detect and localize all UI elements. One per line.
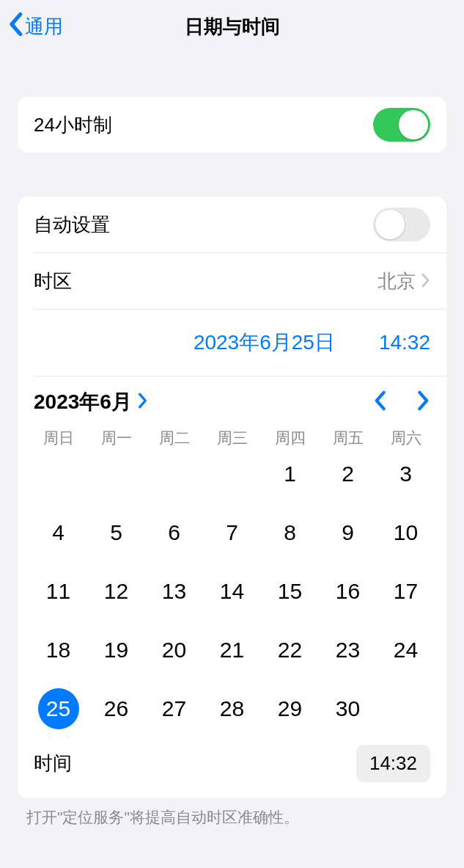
weekday-label: 周四 (261, 428, 319, 448)
calendar-day[interactable]: 6 (145, 513, 203, 552)
chevron-left-icon (7, 12, 23, 42)
summary-date[interactable]: 2023年6月25日 (194, 329, 335, 357)
calendar-day[interactable]: 29 (261, 689, 319, 729)
calendar-day[interactable]: 9 (319, 513, 377, 552)
row-datetime-summary: 2023年6月25日 14:32 (18, 310, 446, 376)
group-datetime: 自动设置 时区 北京 2023年6月25日 14:32 2023年6月 周日周一… (18, 197, 446, 798)
weekday-label: 周六 (377, 428, 435, 448)
calendar-day[interactable]: 8 (261, 513, 319, 552)
page-title: 日期与时间 (0, 14, 464, 40)
calendar-day[interactable]: 3 (377, 454, 435, 494)
calendar-day[interactable]: 21 (203, 630, 261, 670)
calendar-day[interactable]: 11 (29, 572, 87, 611)
toggle-thumb (375, 210, 405, 239)
footnote: 打开"定位服务"将提高自动时区准确性。 (0, 798, 464, 836)
row-24hour: 24小时制 (18, 97, 446, 153)
prev-month-button[interactable] (373, 390, 386, 414)
calendar-day[interactable]: 10 (377, 513, 435, 552)
label-timezone: 时区 (34, 269, 72, 294)
summary-time[interactable]: 14:32 (379, 331, 430, 354)
weekday-label: 周五 (319, 428, 377, 448)
calendar-day[interactable]: 25 (29, 689, 87, 729)
chevron-right-icon (421, 270, 430, 293)
back-label: 通用 (25, 14, 63, 40)
calendar-day[interactable]: 19 (87, 630, 145, 670)
calendar-day[interactable]: 22 (261, 630, 319, 670)
calendar-day[interactable]: 14 (203, 572, 261, 611)
calendar-day[interactable]: 7 (203, 513, 261, 552)
row-autoset: 自动设置 (18, 197, 446, 252)
calendar-day[interactable]: 18 (29, 630, 87, 670)
calendar-day[interactable]: 13 (145, 572, 203, 611)
month-selector[interactable]: 2023年6月 (34, 388, 148, 416)
toggle-24hour[interactable] (373, 108, 430, 142)
label-24hour: 24小时制 (34, 112, 112, 138)
calendar-day[interactable]: 28 (203, 689, 261, 729)
chevron-right-icon (138, 390, 148, 414)
time-picker[interactable]: 14:32 (356, 745, 430, 782)
toggle-thumb (399, 110, 428, 139)
label-autoset: 自动设置 (34, 212, 110, 238)
calendar-day[interactable]: 20 (145, 630, 203, 670)
back-button[interactable]: 通用 (0, 12, 63, 42)
calendar-day[interactable]: 1 (261, 454, 319, 494)
calendar-day[interactable]: 15 (261, 572, 319, 611)
next-month-button[interactable] (417, 390, 430, 414)
row-timezone[interactable]: 时区 北京 (18, 253, 446, 309)
weekday-label: 周日 (29, 428, 87, 448)
calendar-day[interactable]: 24 (377, 630, 435, 670)
calendar-grid: 1234567891011121314151617181920212223242… (18, 448, 446, 740)
calendar-day[interactable]: 2 (319, 454, 377, 494)
calendar-day[interactable]: 16 (319, 572, 377, 611)
calendar-day[interactable]: 12 (87, 572, 145, 611)
calendar-day[interactable]: 23 (319, 630, 377, 670)
value-timezone: 北京 (378, 269, 416, 294)
calendar-day[interactable]: 27 (145, 689, 203, 729)
calendar-day[interactable]: 26 (87, 689, 145, 729)
weekday-label: 周二 (145, 428, 203, 448)
calendar-day[interactable]: 4 (29, 513, 87, 552)
group-24hour: 24小时制 (18, 97, 446, 153)
weekday-header: 周日周一周二周三周四周五周六 (18, 422, 446, 448)
weekday-label: 周一 (87, 428, 145, 448)
calendar-day[interactable]: 5 (87, 513, 145, 552)
calendar-day[interactable]: 30 (319, 689, 377, 729)
time-label: 时间 (34, 751, 72, 776)
toggle-autoset[interactable] (373, 208, 430, 241)
calendar-day[interactable]: 17 (377, 572, 435, 611)
weekday-label: 周三 (203, 428, 261, 448)
month-label: 2023年6月 (34, 388, 132, 416)
